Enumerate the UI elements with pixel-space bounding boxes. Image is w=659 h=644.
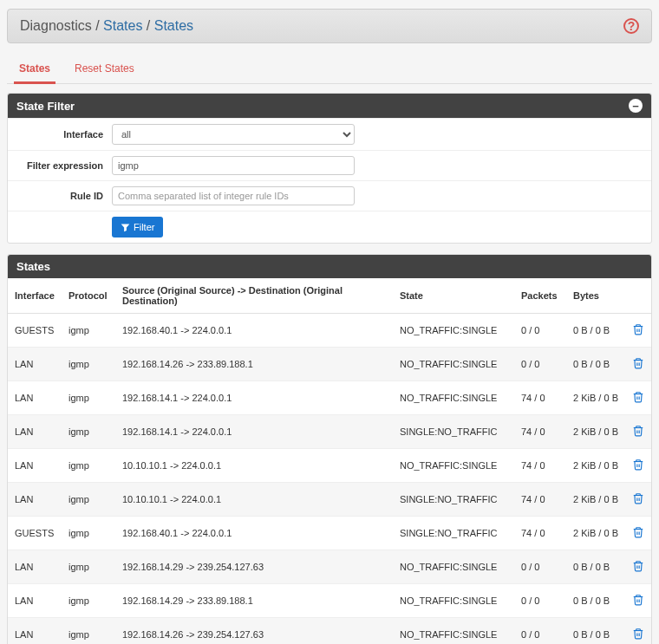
cell-protocol: igmp (62, 314, 115, 348)
breadcrumb-root: Diagnostics (20, 18, 92, 33)
col-packets: Packets (514, 278, 566, 314)
cell-protocol: igmp (62, 584, 115, 618)
tab-states[interactable]: States (16, 55, 54, 83)
cell-state: NO_TRAFFIC:SINGLE (393, 381, 514, 415)
cell-bytes: 2 KiB / 0 B (566, 415, 625, 449)
tab-reset-states[interactable]: Reset States (71, 55, 138, 83)
cell-packets: 74 / 0 (514, 415, 566, 449)
cell-source: 192.168.14.29 -> 233.89.188.1 (115, 584, 393, 618)
cell-packets: 74 / 0 (514, 449, 566, 483)
col-protocol: Protocol (62, 278, 115, 314)
trash-icon[interactable] (632, 356, 644, 370)
cell-source: 192.168.40.1 -> 224.0.0.1 (115, 517, 393, 550)
cell-state: NO_TRAFFIC:SINGLE (393, 618, 514, 645)
cell-bytes: 0 B / 0 B (566, 550, 625, 584)
cell-interface: LAN (8, 584, 62, 618)
cell-interface: LAN (8, 348, 62, 381)
cell-bytes: 2 KiB / 0 B (566, 449, 625, 483)
table-row: LANigmp192.168.14.29 -> 239.254.127.63NO… (8, 550, 651, 584)
cell-state: NO_TRAFFIC:SINGLE (393, 348, 514, 381)
trash-icon[interactable] (632, 322, 644, 336)
trash-icon[interactable] (632, 627, 644, 641)
collapse-icon[interactable] (629, 99, 643, 113)
breadcrumb-link-states[interactable]: States (103, 18, 142, 33)
cell-state: SINGLE:NO_TRAFFIC (393, 517, 514, 550)
ruleid-input[interactable] (112, 186, 355, 205)
cell-protocol: igmp (62, 517, 115, 550)
cell-interface: LAN (8, 550, 62, 584)
cell-source: 10.10.10.1 -> 224.0.0.1 (115, 483, 393, 517)
interface-label: Interface (16, 129, 112, 140)
cell-state: NO_TRAFFIC:SINGLE (393, 314, 514, 348)
trash-icon[interactable] (632, 525, 644, 539)
cell-protocol: igmp (62, 618, 115, 645)
interface-select[interactable]: all (112, 124, 355, 145)
cell-source: 192.168.14.29 -> 239.254.127.63 (115, 550, 393, 584)
trash-icon[interactable] (632, 458, 644, 472)
table-row: LANigmp192.168.14.1 -> 224.0.0.1NO_TRAFF… (8, 381, 651, 415)
trash-icon[interactable] (632, 491, 644, 505)
cell-source: 192.168.14.26 -> 239.254.127.63 (115, 618, 393, 645)
breadcrumb-link-states-leaf[interactable]: States (154, 18, 193, 33)
breadcrumb: Diagnostics / States / States ? (7, 9, 652, 43)
cell-protocol: igmp (62, 348, 115, 381)
trash-icon[interactable] (632, 593, 644, 607)
cell-packets: 0 / 0 (514, 314, 566, 348)
filter-expr-input[interactable] (112, 156, 355, 175)
col-source: Source (Original Source) -> Destination … (115, 278, 393, 314)
cell-packets: 74 / 0 (514, 483, 566, 517)
cell-interface: LAN (8, 483, 62, 517)
filter-button-label: Filter (134, 222, 154, 232)
cell-source: 10.10.10.1 -> 224.0.0.1 (115, 449, 393, 483)
cell-interface: LAN (8, 415, 62, 449)
cell-protocol: igmp (62, 550, 115, 584)
cell-bytes: 2 KiB / 0 B (566, 483, 625, 517)
help-icon[interactable]: ? (623, 18, 639, 34)
col-bytes: Bytes (566, 278, 625, 314)
trash-icon[interactable] (632, 390, 644, 404)
cell-interface: LAN (8, 449, 62, 483)
states-panel-title: States (16, 260, 50, 273)
tabs: States Reset States (7, 55, 652, 84)
col-interface: Interface (8, 278, 62, 314)
cell-source: 192.168.14.26 -> 233.89.188.1 (115, 348, 393, 381)
cell-bytes: 0 B / 0 B (566, 584, 625, 618)
col-state: State (393, 278, 514, 314)
trash-icon[interactable] (632, 424, 644, 438)
cell-packets: 74 / 0 (514, 381, 566, 415)
cell-source: 192.168.14.1 -> 224.0.0.1 (115, 415, 393, 449)
cell-bytes: 2 KiB / 0 B (566, 517, 625, 550)
cell-packets: 0 / 0 (514, 584, 566, 618)
cell-packets: 0 / 0 (514, 550, 566, 584)
cell-state: NO_TRAFFIC:SINGLE (393, 550, 514, 584)
cell-protocol: igmp (62, 381, 115, 415)
cell-bytes: 0 B / 0 B (566, 314, 625, 348)
cell-state: NO_TRAFFIC:SINGLE (393, 449, 514, 483)
cell-bytes: 0 B / 0 B (566, 348, 625, 381)
state-filter-panel: State Filter Interface all Filter expres… (7, 93, 652, 244)
cell-protocol: igmp (62, 415, 115, 449)
filter-button[interactable]: Filter (112, 217, 163, 237)
cell-interface: GUESTS (8, 314, 62, 348)
table-row: GUESTSigmp192.168.40.1 -> 224.0.0.1NO_TR… (8, 314, 651, 348)
cell-packets: 0 / 0 (514, 618, 566, 645)
cell-state: NO_TRAFFIC:SINGLE (393, 584, 514, 618)
table-row: GUESTSigmp192.168.40.1 -> 224.0.0.1SINGL… (8, 517, 651, 550)
cell-protocol: igmp (62, 449, 115, 483)
trash-icon[interactable] (632, 559, 644, 573)
cell-state: SINGLE:NO_TRAFFIC (393, 415, 514, 449)
cell-bytes: 2 KiB / 0 B (566, 381, 625, 415)
cell-packets: 74 / 0 (514, 517, 566, 550)
cell-interface: LAN (8, 618, 62, 645)
filter-panel-title: State Filter (16, 100, 75, 113)
cell-source: 192.168.14.1 -> 224.0.0.1 (115, 381, 393, 415)
cell-source: 192.168.40.1 -> 224.0.0.1 (115, 314, 393, 348)
ruleid-label: Rule ID (16, 191, 112, 201)
states-panel: States Interface Protocol Source (Origin… (7, 254, 652, 644)
funnel-icon (121, 223, 130, 232)
table-row: LANigmp192.168.14.1 -> 224.0.0.1SINGLE:N… (8, 415, 651, 449)
filter-expr-label: Filter expression (16, 160, 112, 171)
table-row: LANigmp10.10.10.1 -> 224.0.0.1SINGLE:NO_… (8, 483, 651, 517)
cell-bytes: 0 B / 0 B (566, 618, 625, 645)
cell-state: SINGLE:NO_TRAFFIC (393, 483, 514, 517)
